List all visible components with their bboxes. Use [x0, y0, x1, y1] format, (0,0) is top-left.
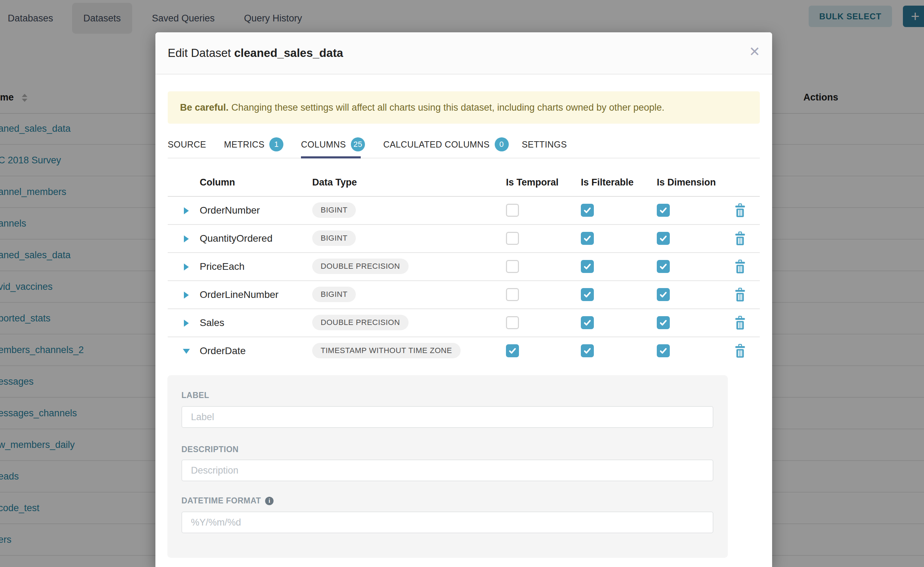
close-icon[interactable]: ✕	[749, 45, 760, 58]
warning-text: Changing these settings will affect all …	[231, 102, 665, 113]
datetime-format-input[interactable]	[181, 512, 713, 533]
checkmark-icon	[659, 206, 668, 214]
checkmark-icon	[583, 290, 592, 299]
expand-caret-icon[interactable]	[183, 349, 190, 354]
checkmark-icon	[659, 318, 668, 327]
delete-trash-icon[interactable]	[734, 344, 746, 358]
checkmark-icon	[583, 346, 592, 355]
delete-trash-icon[interactable]	[734, 316, 746, 330]
is-dimension-checkbox[interactable]	[657, 344, 670, 357]
modal-title-prefix: Edit Dataset	[168, 46, 234, 59]
edit-dataset-modal: Edit Dataset cleaned_sales_data ✕ Be car…	[155, 32, 772, 567]
is-dimension-header: Is Dimension	[657, 177, 716, 188]
checkmark-icon	[659, 234, 668, 243]
is-dimension-checkbox[interactable]	[657, 288, 670, 301]
is-dimension-checkbox[interactable]	[657, 204, 670, 217]
label-input[interactable]	[181, 406, 713, 428]
delete-trash-icon[interactable]	[734, 288, 746, 302]
column-name: QuantityOrdered	[200, 233, 272, 244]
checkmark-icon	[659, 290, 668, 299]
data-type-pill: BIGINT	[312, 231, 356, 246]
datetime-format-field-label: DATETIME FORMATi	[181, 496, 274, 506]
description-field-label: DESCRIPTION	[181, 445, 239, 454]
checkmark-icon	[583, 262, 592, 271]
tab-label: METRICS	[224, 140, 264, 150]
modal-title-dataset-name: cleaned_sales_data	[234, 46, 343, 59]
tab-metrics[interactable]: METRICS1	[224, 132, 283, 157]
tab-source[interactable]: SOURCE	[168, 132, 206, 157]
label-field-label: LABEL	[181, 391, 209, 400]
is-dimension-checkbox[interactable]	[657, 316, 670, 329]
column-row: PriceEach DOUBLE PRECISION	[168, 253, 760, 281]
tab-count-badge: 1	[269, 137, 283, 152]
tab-count-badge: 0	[495, 137, 509, 152]
checkmark-icon	[583, 318, 592, 327]
column-row: OrderDate TIMESTAMP WITHOUT TIME ZONE	[168, 337, 760, 364]
is-temporal-checkbox[interactable]	[506, 316, 519, 329]
column-name: OrderDate	[200, 345, 246, 357]
is-filterable-checkbox[interactable]	[581, 344, 594, 357]
description-input[interactable]	[181, 459, 713, 481]
column-header: Column	[200, 177, 235, 188]
is-temporal-checkbox[interactable]	[506, 204, 519, 217]
columns-table-header: Column Data Type Is Temporal Is Filterab…	[168, 158, 760, 197]
tab-columns[interactable]: COLUMNS25	[301, 132, 365, 157]
is-temporal-checkbox[interactable]	[506, 288, 519, 301]
tab-settings[interactable]: SETTINGS	[522, 132, 567, 157]
column-row: QuantityOrdered BIGINT	[168, 225, 760, 253]
column-name: PriceEach	[200, 261, 245, 272]
is-filterable-checkbox[interactable]	[581, 232, 594, 245]
is-temporal-checkbox[interactable]	[506, 232, 519, 245]
expand-caret-icon[interactable]	[184, 236, 189, 242]
expand-caret-icon[interactable]	[184, 207, 189, 214]
expand-caret-icon[interactable]	[184, 320, 189, 327]
tab-label: SOURCE	[168, 140, 206, 150]
column-name: Sales	[200, 317, 224, 328]
checkmark-icon	[659, 262, 668, 271]
data-type-pill: TIMESTAMP WITHOUT TIME ZONE	[312, 343, 460, 358]
checkmark-icon	[508, 346, 517, 355]
column-detail-panel: LABEL DESCRIPTION DATETIME FORMATi	[167, 375, 728, 558]
checkmark-icon	[659, 346, 668, 355]
data-type-header: Data Type	[312, 177, 357, 188]
column-row: Sales DOUBLE PRECISION	[168, 309, 760, 337]
columns-table: Column Data Type Is Temporal Is Filterab…	[168, 158, 760, 364]
tab-count-badge: 25	[351, 137, 365, 152]
checkmark-icon	[583, 234, 592, 243]
column-name: OrderLineNumber	[200, 289, 278, 300]
delete-trash-icon[interactable]	[734, 203, 746, 218]
is-dimension-checkbox[interactable]	[657, 232, 670, 245]
is-temporal-checkbox[interactable]	[506, 344, 519, 357]
data-type-pill: BIGINT	[312, 202, 356, 218]
is-filterable-header: Is Filterable	[581, 177, 634, 188]
delete-trash-icon[interactable]	[734, 231, 746, 246]
warning-bold-text: Be careful.	[180, 102, 229, 113]
column-name: OrderNumber	[200, 205, 260, 216]
is-filterable-checkbox[interactable]	[581, 288, 594, 301]
is-filterable-checkbox[interactable]	[581, 260, 594, 273]
columns-rows: OrderNumber BIGINT QuantityOrdered BIG	[168, 197, 760, 364]
data-type-pill: DOUBLE PRECISION	[312, 315, 409, 330]
tab-label: COLUMNS	[301, 140, 346, 150]
delete-trash-icon[interactable]	[734, 260, 746, 274]
expand-caret-icon[interactable]	[184, 264, 189, 270]
modal-tabs: SOURCE METRICS1 COLUMNS25 CALCULATED COL…	[168, 132, 760, 158]
expand-caret-icon[interactable]	[184, 292, 189, 298]
is-dimension-checkbox[interactable]	[657, 260, 670, 273]
data-type-pill: BIGINT	[312, 286, 356, 302]
info-icon[interactable]: i	[265, 497, 274, 505]
tab-label: SETTINGS	[522, 140, 567, 150]
modal-header: Edit Dataset cleaned_sales_data ✕	[155, 32, 772, 75]
is-filterable-checkbox[interactable]	[581, 204, 594, 217]
tab-calculated-columns[interactable]: CALCULATED COLUMNS0	[383, 132, 509, 157]
column-row: OrderLineNumber BIGINT	[168, 281, 760, 309]
tab-label: CALCULATED COLUMNS	[383, 140, 490, 150]
is-temporal-header: Is Temporal	[506, 177, 559, 188]
is-temporal-checkbox[interactable]	[506, 260, 519, 273]
is-filterable-checkbox[interactable]	[581, 316, 594, 329]
warning-banner: Be careful. Changing these settings will…	[168, 92, 760, 124]
data-type-pill: DOUBLE PRECISION	[312, 258, 409, 274]
checkmark-icon	[583, 206, 592, 214]
column-row: OrderNumber BIGINT	[168, 197, 760, 225]
modal-title: Edit Dataset cleaned_sales_data	[168, 46, 343, 60]
